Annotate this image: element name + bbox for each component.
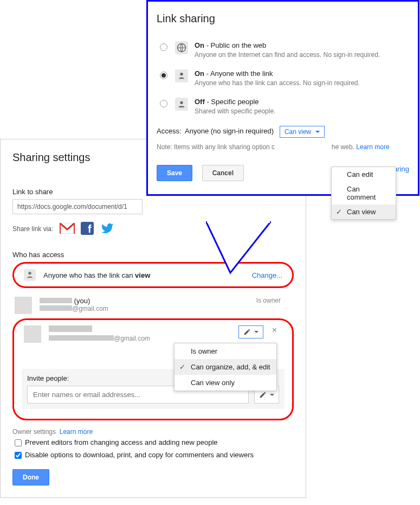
radio-anyone-link[interactable] xyxy=(160,72,167,79)
redacted-email xyxy=(49,335,114,341)
svg-point-3 xyxy=(28,272,31,274)
chevron-down-icon xyxy=(270,394,274,396)
svg-rect-10 xyxy=(207,221,270,223)
link-person-icon xyxy=(175,69,188,82)
svg-marker-9 xyxy=(206,221,271,273)
redacted-email xyxy=(40,305,72,311)
svg-text:f: f xyxy=(88,223,92,235)
gmail-icon[interactable] xyxy=(60,223,75,235)
owner-status: Is owner xyxy=(256,297,281,304)
ls-option-public[interactable]: On - Public on the web Anyone on the Int… xyxy=(157,41,409,59)
redacted-name xyxy=(49,325,92,332)
permission-menu: Is owner Can organize, add, & edit Can v… xyxy=(174,343,277,391)
twitter-icon[interactable] xyxy=(100,222,115,236)
perm-option-organize[interactable]: Can organize, add, & edit xyxy=(175,359,276,375)
save-button[interactable]: Save xyxy=(157,165,192,181)
access-level-dropdown[interactable]: Can view xyxy=(280,126,325,138)
ls-option-specific[interactable]: Off - Specific people Shared with specif… xyxy=(157,98,409,115)
radio-public[interactable] xyxy=(160,43,167,51)
chevron-down-icon xyxy=(254,331,259,333)
svg-point-6 xyxy=(180,73,183,75)
prevent-editors-checkbox[interactable] xyxy=(15,439,22,446)
link-sharing-note: Note: Items with any link sharing option… xyxy=(157,143,409,151)
facebook-icon[interactable]: f xyxy=(81,222,94,236)
avatar xyxy=(15,297,32,314)
remove-user-button[interactable]: × xyxy=(272,325,277,335)
radio-specific[interactable] xyxy=(160,100,167,107)
callout-pointer xyxy=(206,221,271,281)
share-via-label: Share link via: xyxy=(12,225,53,233)
collaborator-highlight: @gmail.com × Is owner Can organize, add,… xyxy=(12,318,294,420)
share-link-input[interactable] xyxy=(12,199,143,214)
globe-icon xyxy=(175,41,188,54)
owner-settings-row: Owner settings Learn more xyxy=(12,428,294,436)
perm-option-owner[interactable]: Is owner xyxy=(175,343,276,359)
link-person-icon xyxy=(24,269,36,281)
access-option-view[interactable]: Can view xyxy=(332,204,396,219)
access-level-menu: Can edit Can comment Can view xyxy=(331,167,396,220)
you-suffix: (you) xyxy=(72,297,90,305)
owner-row: (you) @gmail.com Is owner xyxy=(12,297,294,314)
person-icon xyxy=(175,98,188,111)
redacted-name xyxy=(40,298,72,303)
owner-learn-more-link[interactable]: Learn more xyxy=(60,428,93,436)
access-option-comment[interactable]: Can comment xyxy=(332,182,396,204)
permission-dropdown[interactable] xyxy=(238,325,263,338)
done-button[interactable]: Done xyxy=(12,469,49,485)
ls-option-anyone-link[interactable]: On - Anyone with the link Anyone who has… xyxy=(157,69,409,87)
access-option-edit[interactable]: Can edit xyxy=(332,167,396,182)
prevent-editors-row: Prevent editors from changing access and… xyxy=(12,438,294,448)
access-row: Access: Anyone (no sign-in required) Can… xyxy=(157,126,409,138)
disable-download-checkbox[interactable] xyxy=(15,452,22,459)
svg-point-8 xyxy=(180,101,183,104)
note-learn-more-link[interactable]: Learn more xyxy=(356,143,389,151)
pencil-icon xyxy=(243,328,251,336)
svg-rect-7 xyxy=(180,78,184,79)
pencil-icon xyxy=(259,391,267,399)
perm-option-viewonly[interactable]: Can view only xyxy=(175,375,276,391)
svg-rect-1 xyxy=(81,222,94,235)
link-sharing-callout: Link sharing On - Public on the web Anyo… xyxy=(146,0,419,196)
link-access-text: Anyone who has the link can view xyxy=(43,271,150,279)
avatar xyxy=(24,325,41,343)
disable-download-row: Disable options to download, print, and … xyxy=(12,450,294,461)
link-sharing-title: Link sharing xyxy=(157,12,409,25)
cancel-button[interactable]: Cancel xyxy=(202,165,244,181)
svg-rect-4 xyxy=(28,277,32,278)
